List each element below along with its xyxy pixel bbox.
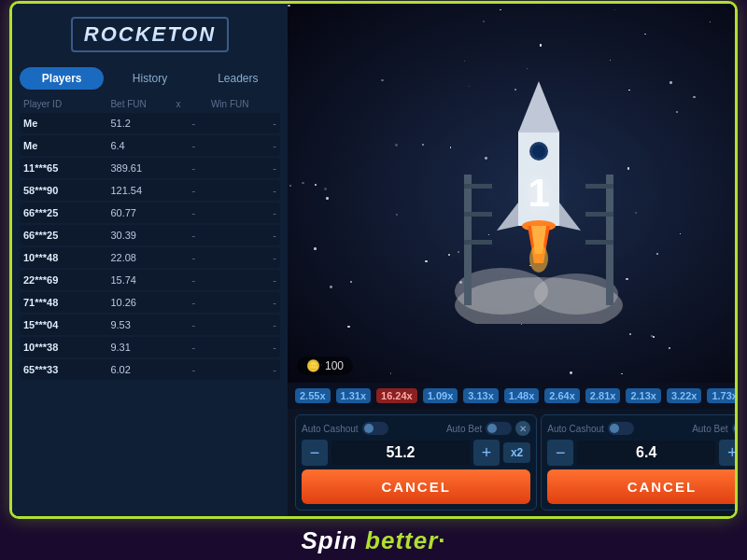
table-header: Player ID Bet FUN x Win FUN [20, 97, 280, 111]
coins-left-badge: 🪙 100 [297, 357, 353, 375]
table-row: 66***25 30.39 - - [20, 225, 280, 245]
player-id: 71***48 [23, 297, 110, 308]
multiplier-tag: 1.09x [423, 388, 458, 403]
rocket-scene [288, 4, 738, 383]
player-x: - [176, 297, 211, 308]
player-x: - [176, 118, 211, 129]
player-id: Me [23, 118, 110, 129]
player-win: - [211, 230, 276, 241]
cancel-btn-2[interactable]: CANCEL [547, 469, 738, 504]
bottom-brand: Spin better· [301, 519, 445, 559]
player-win: - [211, 342, 276, 353]
player-win: - [211, 274, 276, 286]
svg-rect-10 [585, 240, 613, 245]
player-win: - [211, 140, 276, 151]
table-row: Me 6.4 - - [20, 135, 280, 156]
auto-bet-2: Auto Bet ✕ [692, 421, 738, 436]
svg-rect-7 [464, 212, 492, 217]
coins-left-value: 100 [325, 359, 344, 372]
multiplier-tag: 2.64x [544, 388, 580, 403]
table-row: 15***04 9.53 - - [20, 315, 280, 335]
player-id: 10***38 [23, 342, 110, 353]
player-win: - [211, 297, 276, 308]
svg-marker-13 [518, 81, 559, 133]
table-row: 66***25 60.77 - - [20, 203, 280, 223]
brand-better: better [365, 526, 438, 554]
bet-amount-row-1: − 51.2 + x2 [302, 440, 530, 466]
player-id: 11***65 [23, 162, 110, 174]
table-row: 71***48 10.26 - - [20, 292, 280, 313]
table-row: 58***90 121.54 - - [20, 180, 280, 201]
cancel-btn-1[interactable]: CANCEL [302, 469, 530, 504]
player-x: - [176, 319, 211, 330]
player-win: - [211, 162, 276, 174]
decrease-btn-1[interactable]: − [302, 440, 328, 466]
player-bet: 51.2 [110, 118, 176, 129]
auto-cashout-toggle-2[interactable] [608, 422, 634, 435]
coin-icon-left: 🪙 [306, 359, 320, 372]
player-win: - [211, 185, 276, 196]
decrease-btn-2[interactable]: − [547, 440, 573, 466]
bet-controls: Auto Cashout Auto Bet ✕ − [288, 409, 738, 516]
tab-players[interactable]: Players [20, 67, 104, 90]
increase-btn-2[interactable]: + [719, 440, 738, 466]
svg-rect-9 [464, 240, 492, 245]
multiplier-display: 1 [529, 171, 550, 216]
tab-history[interactable]: History [107, 67, 191, 90]
increase-btn-1[interactable]: + [473, 440, 500, 466]
player-bet: 6.02 [110, 364, 176, 375]
player-win: - [211, 207, 276, 218]
player-bet: 121.54 [110, 185, 176, 196]
table-row: 11***65 389.61 - - [20, 158, 280, 178]
multiplier-strip: 2.55x1.31x16.24x1.09x3.13x1.48x2.64x2.81… [288, 383, 738, 409]
bet-value-1: 51.2 [331, 441, 470, 465]
player-id: 58***90 [23, 185, 110, 196]
player-bet: 6.4 [110, 140, 176, 151]
right-panel: 1 🪙 100 🪙 0 2.55x1.31x16.24x1.09x3.13x1.… [288, 4, 738, 516]
x2-btn-1[interactable]: x2 [503, 442, 530, 463]
game-container: ROCKETON Players History Leaders Player … [9, 1, 738, 519]
auto-cashout-toggle-1[interactable] [362, 422, 388, 435]
bet-panel-2: Auto Cashout Auto Bet ✕ − [541, 414, 738, 511]
player-x: - [176, 162, 211, 174]
auto-cashout-label-1: Auto Cashout [302, 424, 359, 434]
player-id: 65***33 [23, 364, 110, 375]
auto-bet-label-1: Auto Bet [446, 424, 482, 434]
auto-bet-1: Auto Bet ✕ [446, 421, 530, 436]
col-bet: Bet FUN [110, 99, 176, 109]
player-x: - [176, 230, 211, 241]
auto-bet-toggle-1[interactable] [486, 422, 512, 435]
multiplier-tag: 2.13x [626, 388, 661, 403]
player-bet: 389.61 [110, 162, 176, 174]
auto-cashout-label-2: Auto Cashout [547, 424, 604, 434]
brand-spin: Spin [301, 526, 357, 554]
player-x: - [176, 185, 211, 196]
multiplier-tag: 3.13x [463, 388, 499, 403]
player-x: - [176, 274, 211, 286]
auto-bet-toggle-2[interactable] [732, 422, 739, 435]
col-x: x [176, 99, 211, 109]
player-x: - [176, 252, 211, 263]
auto-cashout-1: Auto Cashout [302, 422, 388, 435]
tab-leaders[interactable]: Leaders [196, 67, 280, 90]
player-win: - [211, 364, 276, 375]
svg-point-2 [534, 273, 618, 315]
col-win: Win FUN [211, 99, 276, 109]
player-win: - [211, 118, 276, 129]
player-bet: 22.08 [110, 252, 176, 263]
auto-cashout-2: Auto Cashout [547, 422, 634, 435]
svg-rect-6 [585, 184, 613, 189]
player-id: Me [23, 140, 110, 151]
auto-bet-label-2: Auto Bet [692, 424, 727, 434]
multiplier-tag: 3.22x [667, 388, 702, 403]
player-bet: 9.53 [110, 319, 176, 330]
player-win: - [211, 252, 276, 263]
multiplier-tag: 1.73x [707, 388, 738, 403]
player-x: - [176, 207, 211, 218]
svg-point-17 [532, 145, 545, 158]
player-table: Me 51.2 - - Me 6.4 - - 11***65 389.61 - … [20, 113, 280, 382]
multiplier-tag: 16.24x [376, 388, 417, 403]
close-btn-1[interactable]: ✕ [515, 421, 530, 436]
game-area: 1 🪙 100 🪙 0 [288, 4, 738, 383]
svg-rect-8 [585, 212, 613, 217]
